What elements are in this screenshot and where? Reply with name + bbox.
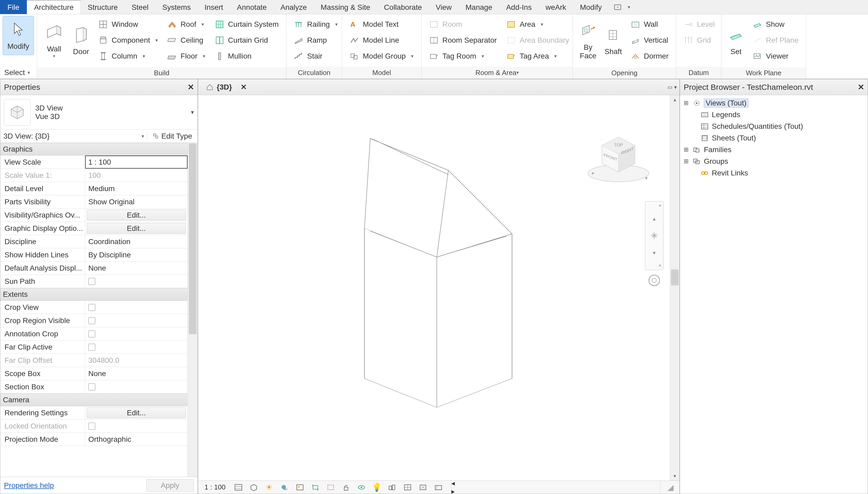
scroll-down-icon[interactable]: ▾ bbox=[670, 472, 680, 480]
property-value[interactable] bbox=[85, 275, 187, 288]
properties-scrollbar[interactable] bbox=[187, 143, 198, 477]
wall-opening-button[interactable]: Wall bbox=[627, 17, 672, 32]
model-line-button[interactable]: Model Line bbox=[346, 33, 417, 48]
property-value[interactable] bbox=[85, 301, 187, 314]
tab-modify[interactable]: Modify bbox=[573, 0, 609, 14]
tree-item[interactable]: Revit Links bbox=[680, 167, 868, 179]
property-value[interactable] bbox=[85, 420, 187, 433]
property-value[interactable]: 100 bbox=[85, 169, 187, 182]
viewer-button[interactable]: Viewer bbox=[749, 49, 802, 63]
window-options-icon[interactable]: ▭ ▾ bbox=[667, 84, 677, 90]
tab-structure[interactable]: Structure bbox=[81, 0, 125, 14]
property-row[interactable]: Crop View bbox=[0, 301, 187, 314]
property-value[interactable]: By Discipline bbox=[85, 248, 187, 261]
property-checkbox[interactable] bbox=[88, 317, 95, 324]
property-row[interactable]: Show Hidden LinesBy Discipline bbox=[0, 248, 187, 262]
tree-item[interactable]: ⊞Groups bbox=[680, 156, 868, 167]
property-row[interactable]: Far Clip Active bbox=[0, 341, 187, 354]
shadows-icon[interactable] bbox=[279, 482, 290, 493]
property-row[interactable]: View Scale1 : 100 bbox=[0, 156, 187, 169]
property-row[interactable]: Rendering SettingsEdit... bbox=[0, 406, 187, 420]
modify-button[interactable]: Modify bbox=[3, 16, 34, 55]
property-row[interactable]: Default Analysis Displ...None bbox=[0, 262, 187, 275]
unlock-icon[interactable] bbox=[341, 482, 351, 493]
tree-item[interactable]: ⊞Views (Tout) bbox=[680, 97, 868, 109]
area-button[interactable]: Area bbox=[502, 17, 573, 32]
property-value[interactable] bbox=[85, 341, 187, 354]
tab-insert[interactable]: Insert bbox=[198, 0, 230, 14]
property-group-header[interactable]: Graphics bbox=[0, 143, 187, 156]
room-area-group-label[interactable]: Room & Area bbox=[422, 66, 573, 79]
quick-access-indicator[interactable]: ▾ bbox=[609, 0, 635, 14]
property-row[interactable]: Scale Value 1:100 bbox=[0, 169, 187, 182]
column-button[interactable]: Column bbox=[95, 49, 162, 63]
property-row[interactable]: Scope BoxNone bbox=[0, 367, 187, 380]
scroll-up-icon[interactable]: ▴ bbox=[670, 95, 680, 104]
property-value[interactable] bbox=[85, 380, 187, 393]
property-row[interactable]: Visibility/Graphics Ov...Edit... bbox=[0, 209, 187, 222]
property-value[interactable] bbox=[85, 327, 187, 340]
sun-path-icon[interactable]: ☀ bbox=[264, 482, 275, 493]
vertical-opening-button[interactable]: Vertical bbox=[627, 33, 672, 48]
tree-item[interactable]: Legends bbox=[680, 109, 868, 120]
apply-button[interactable]: Apply bbox=[146, 479, 194, 492]
canvas-scrollbar-vertical[interactable]: ▴ ▾ bbox=[670, 95, 680, 480]
shaft-button[interactable]: Shaft bbox=[602, 17, 625, 65]
tab-collaborate[interactable]: Collaborate bbox=[377, 0, 429, 14]
door-button[interactable]: Door bbox=[70, 17, 93, 65]
worksharing-icon[interactable] bbox=[387, 482, 398, 493]
property-row[interactable]: Far Clip Offset304800.0 bbox=[0, 354, 187, 367]
window-button[interactable]: Window bbox=[95, 17, 162, 32]
railing-button[interactable]: Railing bbox=[290, 17, 341, 32]
property-value[interactable]: Orthographic bbox=[85, 433, 187, 446]
property-row[interactable]: Detail LevelMedium bbox=[0, 182, 187, 195]
property-group-header[interactable]: Extents bbox=[0, 288, 187, 301]
nav-close-icon[interactable]: ✕ bbox=[645, 202, 663, 210]
ceiling-button[interactable]: Ceiling bbox=[164, 33, 209, 48]
room-separator-button[interactable]: Room Separator bbox=[425, 33, 500, 48]
property-checkbox[interactable] bbox=[88, 304, 95, 311]
property-row[interactable]: Projection ModeOrthographic bbox=[0, 433, 187, 446]
temp-hide-icon[interactable] bbox=[356, 482, 367, 493]
close-icon[interactable]: ✕ bbox=[241, 83, 247, 91]
tab-systems[interactable]: Systems bbox=[155, 0, 198, 14]
roof-button[interactable]: Roof bbox=[164, 17, 209, 32]
detail-level-icon[interactable] bbox=[233, 482, 244, 493]
property-checkbox[interactable] bbox=[88, 423, 95, 430]
property-row[interactable]: Crop Region Visible bbox=[0, 314, 187, 327]
property-value[interactable]: Show Original bbox=[85, 195, 187, 208]
nav-down-icon[interactable]: ▾ bbox=[645, 244, 663, 261]
view-options-icon[interactable] bbox=[433, 482, 444, 493]
tab-massing-site[interactable]: Massing & Site bbox=[314, 0, 377, 14]
tab-add-ins[interactable]: Add-Ins bbox=[499, 0, 539, 14]
close-icon[interactable]: ✕ bbox=[186, 82, 196, 92]
tab-file[interactable]: File bbox=[0, 0, 27, 14]
component-button[interactable]: Component bbox=[95, 33, 162, 48]
property-value[interactable]: Coordination bbox=[85, 235, 187, 248]
property-row[interactable]: Graphic Display Optio...Edit... bbox=[0, 222, 187, 235]
property-checkbox[interactable] bbox=[88, 278, 95, 285]
property-row[interactable]: Parts VisibilityShow Original bbox=[0, 195, 187, 209]
tag-area-button[interactable]: Tag Area bbox=[502, 49, 573, 63]
crop-view-icon[interactable] bbox=[310, 482, 321, 493]
reveal-hidden-icon[interactable]: 💡 bbox=[372, 482, 382, 493]
expand-icon[interactable]: ⊞ bbox=[683, 100, 689, 107]
property-value[interactable]: Medium bbox=[85, 182, 187, 195]
tree-item[interactable]: ⊞Families bbox=[680, 144, 868, 156]
viewcube[interactable]: TOP FRONT RIGHT ▾ bbox=[584, 127, 653, 188]
tag-room-button[interactable]: Tag Room bbox=[425, 49, 500, 63]
property-row[interactable]: Locked Orientation bbox=[0, 420, 187, 433]
instance-selector[interactable]: 3D View: {3D} ▾ bbox=[0, 132, 147, 140]
property-value[interactable]: 1 : 100 bbox=[85, 156, 187, 169]
property-row[interactable]: Sun Path bbox=[0, 275, 187, 288]
tab-steel[interactable]: Steel bbox=[125, 0, 155, 14]
property-row[interactable]: DisciplineCoordination bbox=[0, 235, 187, 248]
wall-button[interactable]: Wall ▾ bbox=[41, 17, 67, 65]
type-selector[interactable]: 3D View Vue 3D ▾ bbox=[0, 95, 198, 130]
curtain-system-button[interactable]: Curtain System bbox=[211, 17, 282, 32]
property-edit-button[interactable]: Edit... bbox=[87, 210, 186, 221]
crop-region-icon[interactable] bbox=[326, 482, 336, 493]
model-group-button[interactable]: Model Group bbox=[346, 49, 417, 63]
dormer-button[interactable]: Dormer bbox=[627, 49, 672, 63]
curtain-grid-button[interactable]: Curtain Grid bbox=[211, 33, 282, 48]
